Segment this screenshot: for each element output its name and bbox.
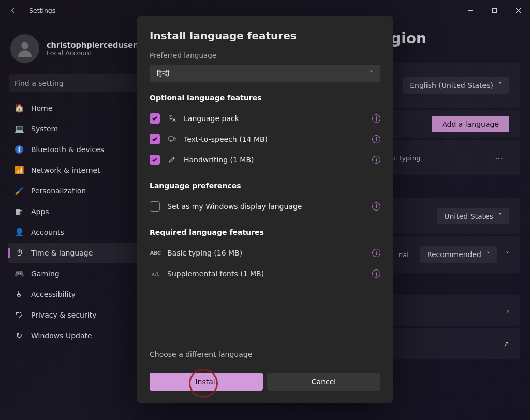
install-language-dialog: Install language features Preferred lang… (137, 16, 393, 403)
settings-window: Settings christophpiercedusen Local Acco… (0, 0, 530, 420)
display-language-label: Set as my Windows display language (167, 202, 365, 211)
choose-different-language-link[interactable]: Choose a different language (150, 350, 252, 358)
info-icon[interactable]: i (372, 114, 380, 123)
feature-label: Supplemental fonts (1 MB) (167, 269, 365, 278)
feature-icon (167, 114, 176, 123)
feature-checkbox[interactable] (150, 113, 160, 124)
language-preferences-heading: Language preferences (150, 182, 380, 190)
feature-icon (167, 134, 176, 144)
optional-feature-row[interactable]: Language packi (150, 108, 380, 129)
feature-label: Handwriting (1 MB) (184, 156, 365, 164)
feature-checkbox[interactable] (150, 134, 160, 144)
optional-features-heading: Optional language features (150, 94, 380, 102)
chevron-down-icon: ˅ (370, 69, 373, 78)
optional-feature-row[interactable]: Text-to-speech (14 MB)i (150, 129, 380, 149)
required-feature-row: ABCBasic typing (16 MB)i (150, 243, 380, 263)
feature-icon: AA (151, 269, 160, 278)
svg-rect-3 (169, 137, 173, 140)
feature-label: Language pack (184, 114, 365, 123)
info-icon[interactable]: i (372, 202, 380, 211)
display-language-checkbox-row[interactable]: Set as my Windows display language i (150, 196, 380, 217)
feature-label: Text-to-speech (14 MB) (184, 135, 365, 143)
required-feature-row: AASupplemental fonts (1 MB)i (150, 263, 380, 284)
preferred-language-select[interactable]: हिन्दी ˅ (150, 65, 380, 82)
install-button[interactable]: Install (150, 373, 263, 391)
info-icon[interactable]: i (372, 135, 380, 143)
dialog-title: Install language features (150, 29, 380, 42)
preferred-language-value: हिन्दी (157, 69, 169, 78)
dialog-footer: Install Cancel (137, 363, 393, 403)
info-icon[interactable]: i (372, 156, 380, 164)
required-features-list: ABCBasic typing (16 MB)iAASupplemental f… (150, 243, 380, 284)
feature-icon (167, 155, 176, 164)
feature-icon: ABC (151, 248, 160, 258)
optional-features-list: Language packiText-to-speech (14 MB)iHan… (150, 108, 380, 170)
info-icon[interactable]: i (372, 269, 380, 278)
feature-label: Basic typing (16 MB) (167, 249, 365, 257)
cancel-button[interactable]: Cancel (267, 373, 380, 391)
display-language-checkbox[interactable] (150, 201, 160, 212)
feature-checkbox[interactable] (150, 155, 160, 165)
info-icon[interactable]: i (372, 249, 380, 257)
required-features-heading: Required language features (150, 228, 380, 236)
preferred-language-label: Preferred language (150, 51, 380, 59)
optional-feature-row[interactable]: Handwriting (1 MB)i (150, 149, 380, 170)
